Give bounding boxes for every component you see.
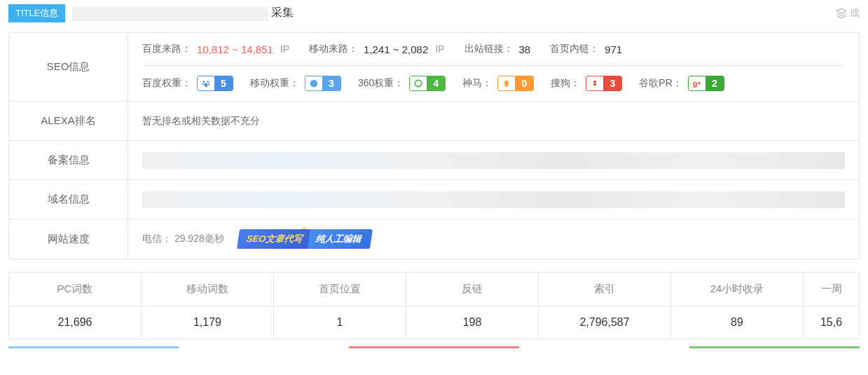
seo-info-value: 百度来路： 10,812 ~ 14,851 IP 移动来路： 1,241 ~ 2… [128,33,860,102]
stat-header-24h: 24小时收录 [671,273,804,306]
redacted-content [142,152,845,169]
stat-index-value[interactable]: 2,796,587 [539,306,671,339]
baidu-mobile-icon [305,76,322,90]
google-plus-icon: g+ [689,76,705,90]
seo-info-table: SEO信息 百度来路： 10,812 ~ 14,851 IP 移动来路： 1,2… [8,32,860,259]
domain-value [128,180,860,219]
svg-point-4 [208,83,209,85]
svg-rect-9 [505,84,509,87]
mobile-weight-item[interactable]: 移动权重： 3 [250,76,341,91]
svg-point-3 [202,83,204,85]
alexa-value: 暂无排名或相关数据不充分 [128,102,860,141]
seo-weights-row: 百度权重： 5 移动权重： 3 360权重： [142,76,845,91]
stat-header-backlink: 反链 [406,273,539,306]
stats-value-row: 21,696 1,179 1 198 2,796,587 89 15,6 [9,306,860,339]
stat-backlink-value[interactable]: 198 [406,306,539,339]
bar-segment [519,346,689,348]
inlink-item: 首页内链： 971 [550,43,622,55]
google-pr-badge: g+ 2 [688,76,724,91]
stat-homepage-value[interactable]: 1 [274,306,406,339]
sogou-weight-badge: 3 [586,76,622,91]
alexa-label: ALEXA排名 [9,102,128,141]
stat-mobile-value[interactable]: 1,179 [142,306,274,339]
top-right-action[interactable]: 成 [836,7,860,20]
baidu-source-item: 百度来路： 10,812 ~ 14,851 IP [142,43,289,55]
svg-point-1 [203,81,205,83]
google-pr-item[interactable]: 谷歌PR： g+ 2 [639,76,724,91]
speed-label: 网站速度 [9,219,128,259]
bar-segment [179,346,349,348]
stats-header-row: PC词数 移动词数 首页位置 反链 索引 24小时收录 一周 [9,273,860,306]
svg-point-8 [504,81,509,85]
inlink-value: 971 [605,43,622,55]
360-weight-item[interactable]: 360权重： 4 [358,76,446,91]
outbound-value: 38 [519,43,531,55]
stat-header-index: 索引 [539,273,671,306]
header-bar: TITLE信息 采集 成 [0,0,868,27]
speed-text: 电信： 29.928毫秒 [142,233,224,245]
baidu-source-value: 10,812 ~ 14,851 [197,43,273,55]
mobile-source-item: 移动来路： 1,241 ~ 2,082 IP [309,43,444,55]
sogou-icon [586,76,603,90]
beian-value [128,141,860,180]
svg-marker-0 [836,8,846,13]
bar-segment [689,346,860,348]
seo-info-label: SEO信息 [9,33,128,102]
stat-header-homepage: 首页位置 [274,273,406,306]
stat-24h-value[interactable]: 89 [671,306,804,339]
shenma-weight-item[interactable]: 神马： 0 [462,76,534,91]
bar-segment [349,346,519,348]
stat-pc-value[interactable]: 21,696 [9,306,142,339]
360-weight-badge: 4 [409,76,446,91]
stats-table: PC词数 移动词数 首页位置 反链 索引 24小时收录 一周 21,696 1,… [8,272,860,339]
redacted-title [72,7,268,21]
outbound-item: 出站链接： 38 [464,43,531,55]
title-info-tag: TITLE信息 [8,4,65,22]
stat-header-pc: PC词数 [9,273,142,306]
page-title: 采集 [72,6,294,20]
mobile-weight-badge: 3 [305,76,341,91]
baidu-weight-badge: 5 [197,76,233,91]
baidu-paw-icon [198,76,214,90]
svg-point-2 [207,81,209,83]
domain-label: 域名信息 [9,180,128,219]
svg-point-5 [205,83,208,87]
beian-label: 备案信息 [9,141,128,180]
redacted-content [142,191,845,208]
360-icon [410,76,427,90]
shenma-weight-badge: 0 [497,76,534,91]
svg-point-7 [415,80,422,86]
seo-metrics-row: 百度来路： 10,812 ~ 14,851 IP 移动来路： 1,241 ~ 2… [142,43,845,66]
shenma-icon [498,76,515,90]
bar-segment [8,346,179,348]
speed-value: 电信： 29.928毫秒 SEO文章代写 纯人工编辑 [128,219,860,259]
mobile-source-value: 1,241 ~ 2,082 [364,43,428,55]
baidu-weight-item[interactable]: 百度权重： 5 [142,76,233,91]
stat-week-value[interactable]: 15,6 [804,306,860,339]
stat-header-week: 一周 [804,273,860,306]
layers-icon [836,8,847,19]
svg-point-6 [310,80,318,88]
seo-promo-banner[interactable]: SEO文章代写 纯人工编辑 [238,229,371,249]
sogou-weight-item[interactable]: 搜狗： 3 [551,76,622,91]
bottom-color-bars [8,346,860,348]
stat-header-mobile: 移动词数 [142,273,274,306]
